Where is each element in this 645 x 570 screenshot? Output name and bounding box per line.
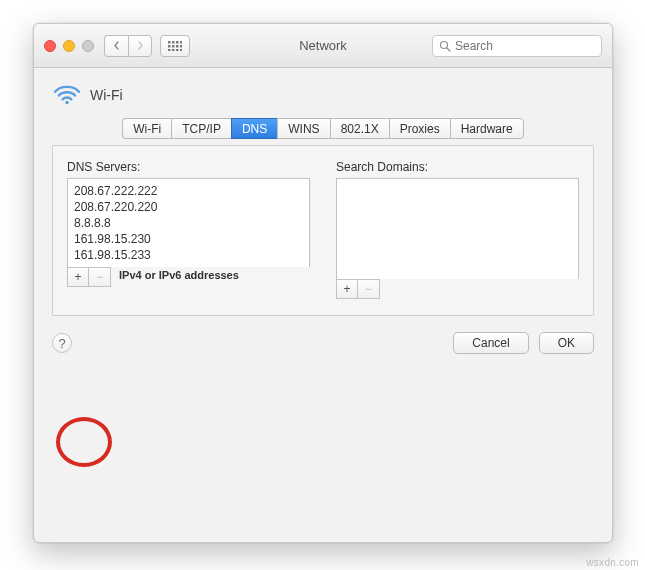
- svg-rect-7: [180, 45, 182, 48]
- dns-hint: IPv4 or IPv6 addresses: [119, 269, 356, 281]
- list-item[interactable]: 161.98.15.230: [74, 231, 303, 247]
- svg-rect-3: [180, 41, 182, 44]
- window-controls: [44, 40, 94, 52]
- search-field-wrap[interactable]: [432, 35, 602, 57]
- close-button[interactable]: [44, 40, 56, 52]
- tab-8021x[interactable]: 802.1X: [330, 118, 389, 139]
- tab-tcpip[interactable]: TCP/IP: [171, 118, 231, 139]
- tab-proxies[interactable]: Proxies: [389, 118, 450, 139]
- svg-rect-10: [176, 49, 179, 51]
- search-domains-column: Search Domains: + −: [336, 160, 579, 299]
- svg-point-12: [441, 41, 448, 48]
- search-domains-controls: + −: [336, 279, 380, 299]
- nav-group: [104, 35, 152, 57]
- dns-servers-controls: + −: [67, 267, 111, 287]
- svg-rect-8: [168, 49, 171, 51]
- search-domains-label: Search Domains:: [336, 160, 579, 174]
- svg-rect-9: [172, 49, 175, 51]
- list-item[interactable]: 208.67.222.222: [74, 183, 303, 199]
- footer: ? Cancel OK: [52, 332, 594, 354]
- add-dns-server-button[interactable]: +: [68, 268, 89, 286]
- annotation-highlight: [56, 417, 112, 467]
- tab-bar: Wi-FiTCP/IPDNSWINS802.1XProxiesHardware: [52, 118, 594, 139]
- wifi-icon: [54, 84, 80, 106]
- ok-button[interactable]: OK: [539, 332, 594, 354]
- svg-rect-1: [172, 41, 175, 44]
- tab-wins[interactable]: WINS: [277, 118, 329, 139]
- back-button[interactable]: [104, 35, 128, 57]
- svg-line-13: [447, 48, 450, 51]
- tab-dns[interactable]: DNS: [231, 118, 277, 139]
- list-item[interactable]: 161.98.15.233: [74, 247, 303, 263]
- svg-rect-2: [176, 41, 179, 44]
- dns-panel: DNS Servers: 208.67.222.222208.67.220.22…: [52, 145, 594, 316]
- chevron-left-icon: [113, 41, 120, 50]
- forward-button[interactable]: [128, 35, 152, 57]
- search-icon: [439, 40, 451, 52]
- zoom-button: [82, 40, 94, 52]
- remove-search-domain-button[interactable]: −: [358, 280, 379, 298]
- svg-rect-5: [172, 45, 175, 48]
- dns-servers-column: DNS Servers: 208.67.222.222208.67.220.22…: [67, 160, 310, 299]
- chevron-right-icon: [137, 41, 144, 50]
- content-area: Wi-Fi Wi-FiTCP/IPDNSWINS802.1XProxiesHar…: [34, 68, 612, 372]
- watermark: wsxdn.com: [586, 557, 639, 568]
- preferences-window: Network Wi-Fi Wi-FiTCP/IPDNSWINS802.1XPr…: [33, 23, 613, 543]
- svg-point-14: [65, 101, 68, 104]
- tab-wifi[interactable]: Wi-Fi: [122, 118, 171, 139]
- dns-servers-label: DNS Servers:: [67, 160, 310, 174]
- list-item[interactable]: 8.8.8.8: [74, 215, 303, 231]
- list-item[interactable]: 208.67.220.220: [74, 199, 303, 215]
- minimize-button[interactable]: [63, 40, 75, 52]
- tab-hardware[interactable]: Hardware: [450, 118, 524, 139]
- dns-servers-list[interactable]: 208.67.222.222208.67.220.2208.8.8.8161.9…: [67, 178, 310, 267]
- connection-name: Wi-Fi: [90, 87, 123, 103]
- search-domains-list[interactable]: [336, 178, 579, 279]
- cancel-button[interactable]: Cancel: [453, 332, 528, 354]
- titlebar: Network: [34, 24, 612, 68]
- remove-dns-server-button[interactable]: −: [89, 268, 110, 286]
- add-search-domain-button[interactable]: +: [337, 280, 358, 298]
- grid-icon: [168, 41, 182, 51]
- help-button[interactable]: ?: [52, 333, 72, 353]
- svg-rect-11: [180, 49, 182, 51]
- search-input[interactable]: [455, 39, 605, 53]
- svg-rect-6: [176, 45, 179, 48]
- show-all-button[interactable]: [160, 35, 190, 57]
- svg-rect-4: [168, 45, 171, 48]
- svg-rect-0: [168, 41, 171, 44]
- connection-header: Wi-Fi: [52, 80, 594, 116]
